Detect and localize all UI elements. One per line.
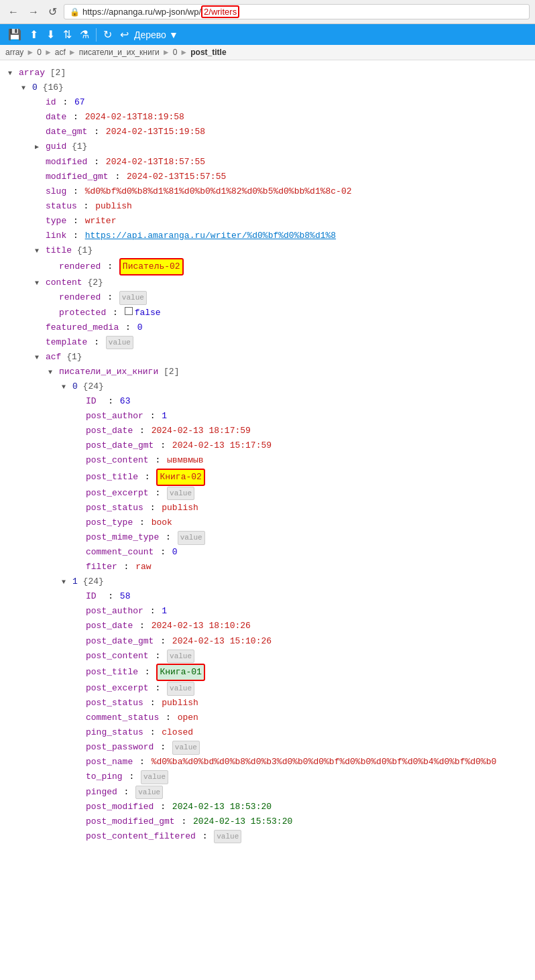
val-book0-post-excerpt: value xyxy=(167,487,194,501)
tree-content: content {2} xyxy=(8,275,527,290)
val-book0-post-date-gmt: 2024-02-13 15:17:59 xyxy=(172,438,272,453)
tree-book0-post-type: post_type : book xyxy=(8,515,527,530)
val-book0-filter: raw xyxy=(135,560,151,574)
val-book0-post-type: book xyxy=(152,515,172,530)
toolbar-back-btn[interactable]: ↩ xyxy=(117,27,131,42)
key-0: 0 xyxy=(32,80,38,95)
val-book0-post-title: Книга-02 xyxy=(156,469,204,486)
tree-book1-post-status: post_status : publish xyxy=(8,696,527,711)
toolbar-sort-btn[interactable]: ⇅ xyxy=(60,27,74,42)
tree-book1-to-ping: to_ping : value xyxy=(8,770,527,784)
val-link[interactable]: https://api.amaranga.ru/writer/%d0%bf%d0… xyxy=(85,229,336,243)
tree-template: template : value xyxy=(8,335,527,350)
val-book1-post-date: 2024-02-13 18:10:26 xyxy=(152,619,251,633)
key-book1-pinged: pinged xyxy=(86,785,117,800)
breadcrumb: array ► 0 ► acf ► писатели_и_их_книги ► … xyxy=(0,45,535,60)
key-featured-media: featured_media xyxy=(46,320,119,335)
val-book1-post-date-gmt: 2024-02-13 15:10:26 xyxy=(172,634,272,649)
toggle-content[interactable] xyxy=(35,275,46,290)
toggle-acf[interactable] xyxy=(35,350,46,365)
key-content-protected: protected xyxy=(59,306,106,320)
tree-book0-post-date-gmt: post_date_gmt : 2024-02-13 15:17:59 xyxy=(8,438,527,453)
key-book1-ping-status: ping_status xyxy=(86,725,143,740)
key-title: title xyxy=(46,243,72,258)
toolbar-refresh-btn[interactable]: ↻ xyxy=(101,27,115,42)
key-book1-post-status: post_status xyxy=(86,696,143,711)
toggle-pisateli[interactable] xyxy=(48,365,59,379)
toggle-book1[interactable] xyxy=(62,574,72,589)
key-book0-id: ID xyxy=(86,394,97,409)
key-date-gmt: date_gmt xyxy=(46,125,87,139)
tree-date-gmt: date_gmt : 2024-02-13T15:19:58 xyxy=(8,125,527,139)
breadcrumb-array[interactable]: array xyxy=(5,48,23,57)
val-book0-post-status: publish xyxy=(162,501,198,515)
breadcrumb-0[interactable]: 0 xyxy=(37,48,42,57)
count-guid: {1} xyxy=(66,139,87,154)
address-text: https://apnanga.ru/wp-json/wp/2/writers xyxy=(82,7,524,17)
tree-book0-post-status: post_status : publish xyxy=(8,501,527,515)
count-0: {16} xyxy=(38,80,64,95)
tree-book1-post-modified: post_modified : 2024-02-13 18:53:20 xyxy=(8,800,527,814)
val-book1-pinged: value xyxy=(135,786,163,800)
tree-book0-post-author: post_author : 1 xyxy=(8,409,527,424)
key-book0-post-date: post_date xyxy=(86,424,133,438)
toggle-item0[interactable] xyxy=(21,80,32,95)
toolbar-save-btn[interactable]: 💾 xyxy=(5,27,24,42)
key-book0-comment-count: comment_count xyxy=(86,545,154,560)
toolbar-up-btn[interactable]: ⬆ xyxy=(27,27,41,42)
tree-book1-id: ID : 58 xyxy=(8,589,527,604)
tree-book1-post-author: post_author : 1 xyxy=(8,604,527,619)
val-book1-post-title: Книга-01 xyxy=(156,664,204,681)
toolbar-filter-btn[interactable]: ⚗ xyxy=(77,27,92,42)
toggle-root[interactable] xyxy=(8,66,19,80)
key-book0-post-content: post_content xyxy=(86,453,149,468)
breadcrumb-acf[interactable]: acf xyxy=(55,48,66,57)
toggle-guid[interactable] xyxy=(35,139,46,154)
reload-button[interactable]: ↺ xyxy=(46,4,60,19)
val-modified-gmt: 2024-02-13T15:57:55 xyxy=(127,170,226,184)
tree-slug: slug : %d0%bf%d0%b8%d1%81%d0%b0%d1%82%d0… xyxy=(8,184,527,199)
tree-acf: acf {1} xyxy=(8,350,527,365)
val-featured-media: 0 xyxy=(137,320,143,335)
tree-book0-post-excerpt: post_excerpt : value xyxy=(8,486,527,501)
key-book0-post-title: post_title xyxy=(86,470,138,485)
key-book1-idx: 1 xyxy=(72,574,78,589)
address-bar[interactable]: 🔒 https://apnanga.ru/wp-json/wp/2/writer… xyxy=(64,4,530,19)
key-book1-post-modified: post_modified xyxy=(86,800,154,814)
back-button[interactable]: ← xyxy=(5,5,21,19)
tree-pisateli: писатели_и_их_книги [2] xyxy=(8,365,527,379)
key-link: link xyxy=(46,229,66,243)
key-template: template xyxy=(46,335,87,350)
count-acf: {1} xyxy=(61,350,82,365)
toolbar-down-btn[interactable]: ⬇ xyxy=(44,27,58,42)
toggle-title[interactable] xyxy=(35,243,46,258)
count-book0: {24} xyxy=(78,379,104,394)
key-book1-post-date: post_date xyxy=(86,619,133,633)
breadcrumb-0b[interactable]: 0 xyxy=(173,48,178,57)
val-book1-post-excerpt: value xyxy=(167,682,194,696)
key-book1-post-content-filtered: post_content_filtered xyxy=(86,829,196,844)
count-array: [2] xyxy=(45,66,66,80)
tree-content-rendered: rendered : value xyxy=(8,290,527,305)
key-date: date xyxy=(46,110,66,125)
tree-book1-post-excerpt: post_excerpt : value xyxy=(8,681,527,696)
val-status: publish xyxy=(95,199,132,214)
tree-book1-post-title: post_title : Книга-01 xyxy=(8,664,527,681)
tree-link: link : https://api.amaranga.ru/writer/%d… xyxy=(8,229,527,243)
tree-book0-filter: filter : raw xyxy=(8,560,527,574)
tree-book1-post-date-gmt: post_date_gmt : 2024-02-13 15:10:26 xyxy=(8,634,527,649)
toggle-book0[interactable] xyxy=(62,379,72,394)
tree-item0: 0 {16} xyxy=(8,80,527,95)
tree-book1-post-content: post_content : value xyxy=(8,649,527,664)
forward-button[interactable]: → xyxy=(25,5,42,19)
key-book0-post-author: post_author xyxy=(86,409,143,424)
tree-date: date : 2024-02-13T18:19:58 xyxy=(8,110,527,125)
tree-guid: guid {1} xyxy=(8,139,527,154)
breadcrumb-post-title[interactable]: post_title xyxy=(190,48,226,57)
toolbar-tree-dropdown[interactable]: Дерево ▼ xyxy=(134,29,178,40)
toolbar-tree-label: Дерево xyxy=(134,29,166,40)
count-pisateli: [2] xyxy=(158,365,179,379)
val-book1-post-content: value xyxy=(167,650,194,664)
val-book0-post-mime-type: value xyxy=(178,531,205,545)
breadcrumb-pisateli[interactable]: писатели_и_их_книги xyxy=(79,48,160,57)
